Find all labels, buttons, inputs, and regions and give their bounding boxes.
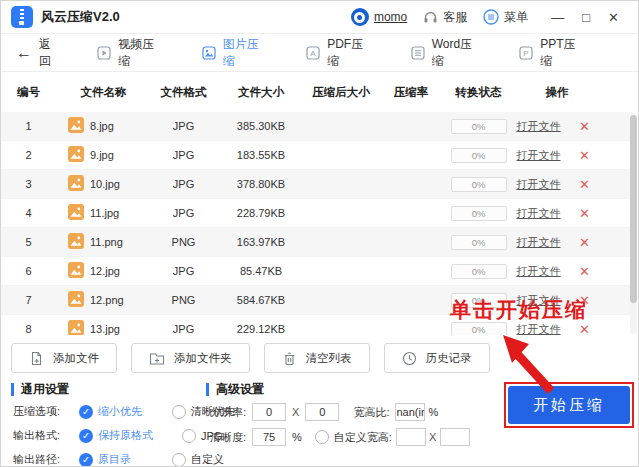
open-file-link[interactable]: 打开文件 — [517, 265, 561, 277]
col-number: 编号 — [1, 85, 56, 100]
tab-ppt-compress[interactable]: P PPT压缩 — [519, 36, 581, 70]
option-shrink-first[interactable]: 缩小优先 — [98, 404, 172, 419]
video-icon — [97, 46, 111, 60]
menu-label: 菜单 — [504, 9, 528, 26]
tab-label: PPT压缩 — [540, 36, 581, 70]
progress-bar: 0% — [451, 235, 507, 250]
radio-unchecked-icon[interactable] — [172, 405, 186, 419]
delete-row-icon[interactable]: ✕ — [566, 148, 603, 163]
tab-image-compress[interactable]: 图片压缩 — [202, 36, 264, 70]
radio-unchecked-icon[interactable] — [315, 430, 329, 444]
tab-label: Word压缩 — [432, 36, 478, 70]
back-button[interactable]: ← 返回 — [16, 36, 60, 70]
back-arrow-icon: ← — [16, 45, 32, 61]
resolution-width-input[interactable] — [252, 403, 286, 421]
tab-word-compress[interactable]: Word压缩 — [411, 36, 478, 70]
radio-checked-icon[interactable] — [79, 453, 93, 467]
radio-unchecked-icon[interactable] — [172, 453, 186, 467]
avatar-icon — [351, 8, 369, 26]
col-format: 文件格式 — [151, 85, 216, 100]
x-separator: X — [292, 406, 299, 418]
option-custom-path[interactable]: 自定义 — [191, 452, 224, 467]
row-number: 7 — [1, 294, 56, 306]
option-keep-format[interactable]: 保持原格式 — [98, 428, 182, 443]
open-file-link[interactable]: 打开文件 — [517, 236, 561, 248]
resolution-height-input[interactable] — [305, 403, 339, 421]
open-file-link[interactable]: 打开文件 — [517, 207, 561, 219]
file-size: 378.80KB — [216, 178, 306, 190]
col-compressed-size: 压缩后大小 — [306, 85, 376, 100]
custom-size-label[interactable]: 自定义宽高: — [334, 430, 392, 445]
option-original-dir[interactable]: 原目录 — [98, 452, 172, 467]
headset-icon — [423, 10, 438, 25]
add-file-button[interactable]: 添加文件 — [11, 343, 117, 373]
delete-row-icon[interactable]: ✕ — [566, 264, 603, 279]
col-filesize: 文件大小 — [216, 85, 306, 100]
open-file-link[interactable]: 打开文件 — [517, 149, 561, 161]
image-file-icon — [68, 291, 84, 309]
progress-bar: 0% — [451, 177, 507, 192]
maximize-button[interactable]: □ — [573, 10, 599, 25]
history-label: 历史记录 — [426, 351, 472, 366]
aspect-ratio-label: 宽高比: — [353, 405, 389, 420]
clear-list-button[interactable]: 清空列表 — [264, 343, 370, 373]
delete-row-icon[interactable]: ✕ — [566, 235, 603, 250]
table-row: 4 11.jpg JPG 228.79KB 0% 打开文件 ✕ — [1, 199, 633, 228]
radio-checked-icon[interactable] — [79, 429, 93, 443]
image-file-icon — [68, 146, 84, 164]
username[interactable]: momo — [374, 10, 407, 24]
image-file-icon — [68, 117, 84, 135]
row-number: 6 — [1, 265, 56, 277]
advanced-settings-title: 高级设置 — [206, 381, 264, 398]
delete-row-icon[interactable]: ✕ — [566, 177, 603, 192]
support-button[interactable]: 客服 — [423, 9, 467, 26]
clarity-input[interactable] — [252, 428, 286, 446]
table-row: 2 9.jpg JPG 183.55KB 0% 打开文件 ✕ — [1, 141, 633, 170]
word-doc-icon — [411, 46, 425, 60]
open-file-link[interactable]: 打开文件 — [517, 120, 561, 132]
open-file-link[interactable]: 打开文件 — [517, 178, 561, 190]
section-accent-bar — [206, 383, 209, 396]
file-format: JPG — [151, 323, 216, 335]
row-number: 4 — [1, 207, 56, 219]
col-ratio: 压缩率 — [376, 85, 446, 100]
radio-unchecked-icon[interactable] — [182, 429, 196, 443]
progress-bar: 0% — [451, 264, 507, 279]
custom-height-input[interactable] — [440, 428, 470, 446]
back-label: 返回 — [39, 36, 60, 70]
image-file-icon — [68, 320, 84, 335]
clarity-label: 清晰度: — [210, 430, 246, 445]
delete-row-icon[interactable]: ✕ — [566, 119, 603, 134]
aspect-ratio-input[interactable] — [395, 403, 425, 421]
col-filename: 文件名称 — [56, 85, 151, 100]
user-account[interactable]: momo — [351, 8, 407, 26]
trash-icon — [282, 351, 297, 366]
file-format: JPG — [151, 207, 216, 219]
aspect-unit: % — [428, 406, 438, 418]
resolution-label: 分辨率: — [210, 405, 246, 420]
tab-video-compress[interactable]: 视频压缩 — [97, 36, 159, 70]
tabbar: ← 返回 视频压缩 图片压缩 A PDF压缩 Word压缩 P PPT压缩 — [1, 34, 638, 72]
tab-pdf-compress[interactable]: A PDF压缩 — [306, 36, 368, 70]
menu-button[interactable]: 菜单 — [483, 9, 528, 26]
row-number: 3 — [1, 178, 56, 190]
close-button[interactable]: ✕ — [599, 10, 628, 25]
history-button[interactable]: 历史记录 — [384, 343, 490, 373]
clock-icon — [402, 351, 417, 366]
file-name: 12.jpg — [90, 265, 120, 277]
add-folder-button[interactable]: 添加文件夹 — [131, 343, 250, 373]
table-row: 1 8.jpg JPG 385.30KB 0% 打开文件 ✕ — [1, 112, 633, 141]
compress-option-row: 压缩选项: 缩小优先 清晰优先 — [13, 404, 235, 419]
file-size: 385.30KB — [216, 120, 306, 132]
table-scrollbar-thumb[interactable] — [630, 115, 637, 303]
delete-row-icon[interactable]: ✕ — [566, 206, 603, 221]
svg-text:A: A — [310, 49, 316, 58]
ppt-icon: P — [519, 46, 533, 60]
file-name: 8.jpg — [90, 120, 114, 132]
file-name: 11.png — [90, 236, 123, 248]
custom-width-input[interactable] — [396, 428, 426, 446]
radio-checked-icon[interactable] — [79, 405, 93, 419]
app-logo-icon — [11, 6, 33, 28]
minimize-button[interactable]: — — [542, 10, 573, 25]
tabs: 视频压缩 图片压缩 A PDF压缩 Word压缩 P PPT压缩 — [97, 36, 623, 70]
